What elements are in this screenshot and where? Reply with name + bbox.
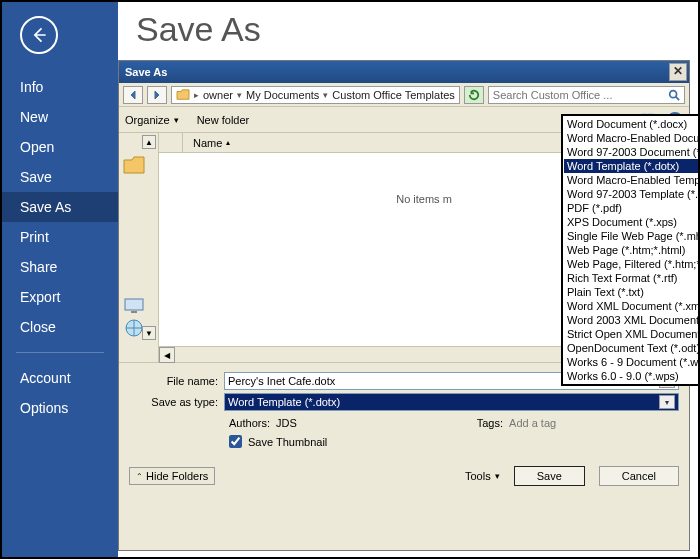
- save-type-field[interactable]: ▾: [224, 393, 679, 411]
- save-thumbnail-label: Save Thumbnail: [248, 436, 327, 448]
- type-option[interactable]: Word Macro-Enabled Document (*.docm): [564, 131, 700, 145]
- folder-desktop-icon[interactable]: [123, 155, 145, 175]
- breadcrumb-sep-icon: ▸: [194, 90, 199, 100]
- type-option[interactable]: Word Document (*.docx): [564, 117, 700, 131]
- type-option[interactable]: Plain Text (*.txt): [564, 285, 700, 299]
- authors-label: Authors:: [229, 417, 270, 429]
- sidebar-item-share[interactable]: Share: [2, 252, 118, 282]
- scroll-left-button[interactable]: ◀: [159, 347, 175, 363]
- sidebar-item-export[interactable]: Export: [2, 282, 118, 312]
- sidebar-item-new[interactable]: New: [2, 102, 118, 132]
- type-option[interactable]: Works 6 - 9 Document (*.wps): [564, 355, 700, 369]
- type-option[interactable]: Single File Web Page (*.mht;*.mhtml): [564, 229, 700, 243]
- file-name-label: File name:: [129, 375, 224, 387]
- back-button[interactable]: [20, 16, 58, 54]
- folder-icon: [176, 89, 190, 101]
- svg-rect-4: [125, 299, 143, 310]
- caret-up-icon: ▲: [145, 138, 153, 147]
- type-option[interactable]: Word 2003 XML Document (*.xml): [564, 313, 700, 327]
- scroll-up-button[interactable]: ▲: [142, 135, 156, 149]
- caret-down-icon: ▾: [495, 471, 500, 481]
- breadcrumb[interactable]: ▸ owner ▾ My Documents ▾ Custom Office T…: [171, 86, 460, 104]
- caret-down-icon: ▾: [174, 115, 179, 125]
- save-thumbnail-checkbox[interactable]: [229, 435, 242, 448]
- type-option[interactable]: Strict Open XML Document (*.docx): [564, 327, 700, 341]
- dialog-title-text: Save As: [125, 66, 167, 78]
- backstage-sidebar: InfoNewOpenSaveSave AsPrintShareExportCl…: [2, 2, 118, 557]
- save-button[interactable]: Save: [514, 466, 585, 486]
- type-option[interactable]: Word 97-2003 Document (*.doc): [564, 145, 700, 159]
- sidebar-item-save-as[interactable]: Save As: [2, 192, 118, 222]
- scroll-down-button[interactable]: ▼: [142, 326, 156, 340]
- crumb[interactable]: Custom Office Templates: [332, 89, 454, 101]
- sidebar-item-print[interactable]: Print: [2, 222, 118, 252]
- svg-rect-5: [131, 311, 137, 313]
- type-option[interactable]: PDF (*.pdf): [564, 201, 700, 215]
- main-area: Save As Save As ✕ ▸ owner ▾ My Documents: [118, 2, 698, 557]
- nav-tree[interactable]: ▲ ▼: [119, 133, 159, 362]
- type-option[interactable]: Web Page (*.htm;*.html): [564, 243, 700, 257]
- organize-button[interactable]: Organize ▾: [125, 114, 179, 126]
- type-option[interactable]: Word Template (*.dotx): [564, 159, 700, 173]
- caret-up-icon: ⌃: [136, 472, 143, 481]
- refresh-button[interactable]: [464, 86, 484, 104]
- page-title: Save As: [136, 10, 261, 49]
- sidebar-separator: [16, 352, 104, 353]
- computer-icon[interactable]: [123, 296, 145, 316]
- type-option[interactable]: Rich Text Format (*.rtf): [564, 271, 700, 285]
- nav-back-button[interactable]: [123, 86, 143, 104]
- type-option[interactable]: Word XML Document (*.xml): [564, 299, 700, 313]
- type-option[interactable]: OpenDocument Text (*.odt): [564, 341, 700, 355]
- tags-label: Tags:: [477, 417, 503, 429]
- sidebar-item-options[interactable]: Options: [2, 393, 118, 423]
- type-option[interactable]: Works 6.0 - 9.0 (*.wps): [564, 369, 700, 383]
- crumb[interactable]: owner: [203, 89, 233, 101]
- dialog-titlebar: Save As ✕: [119, 61, 689, 83]
- address-bar: ▸ owner ▾ My Documents ▾ Custom Office T…: [119, 83, 689, 107]
- sidebar-item-info[interactable]: Info: [2, 72, 118, 102]
- crumb[interactable]: My Documents: [246, 89, 319, 101]
- tools-button[interactable]: Tools ▾: [465, 470, 500, 482]
- type-option[interactable]: Word 97-2003 Template (*.dot): [564, 187, 700, 201]
- sort-icon: ▴: [226, 138, 230, 147]
- caret-down-icon: ▼: [145, 329, 153, 338]
- column-spacer: [159, 133, 183, 152]
- caret-down-icon: ▾: [665, 398, 669, 407]
- dialog-close-button[interactable]: ✕: [669, 63, 687, 81]
- nav-fwd-button[interactable]: [147, 86, 167, 104]
- save-type-dropdown-button[interactable]: ▾: [659, 395, 675, 409]
- arrow-left-icon: [29, 25, 49, 45]
- save-type-options-list[interactable]: Word Document (*.docx)Word Macro-Enabled…: [561, 114, 700, 386]
- save-type-label: Save as type:: [129, 396, 224, 408]
- caret-left-icon: [128, 90, 138, 100]
- search-icon: [668, 89, 680, 101]
- search-box[interactable]: [488, 86, 685, 104]
- search-input[interactable]: [493, 89, 664, 101]
- authors-value[interactable]: JDS: [276, 417, 297, 429]
- new-folder-button[interactable]: New folder: [197, 114, 250, 126]
- cancel-button[interactable]: Cancel: [599, 466, 679, 486]
- close-icon: ✕: [673, 64, 683, 78]
- type-option[interactable]: Word Macro-Enabled Template (*.dotm): [564, 173, 700, 187]
- type-option[interactable]: XPS Document (*.xps): [564, 215, 700, 229]
- hide-folders-button[interactable]: ⌃Hide Folders: [129, 467, 215, 485]
- sidebar-item-close[interactable]: Close: [2, 312, 118, 342]
- save-type-input[interactable]: [228, 396, 659, 408]
- sidebar-item-account[interactable]: Account: [2, 363, 118, 393]
- sidebar-item-open[interactable]: Open: [2, 132, 118, 162]
- tags-value[interactable]: Add a tag: [509, 417, 556, 429]
- breadcrumb-sep-icon: ▾: [237, 90, 242, 100]
- caret-right-icon: [152, 90, 162, 100]
- svg-point-0: [670, 90, 677, 97]
- caret-left-icon: ◀: [164, 351, 170, 360]
- type-option[interactable]: Web Page, Filtered (*.htm;*.html): [564, 257, 700, 271]
- breadcrumb-sep-icon: ▾: [323, 90, 328, 100]
- sidebar-item-save[interactable]: Save: [2, 162, 118, 192]
- refresh-icon: [468, 89, 480, 101]
